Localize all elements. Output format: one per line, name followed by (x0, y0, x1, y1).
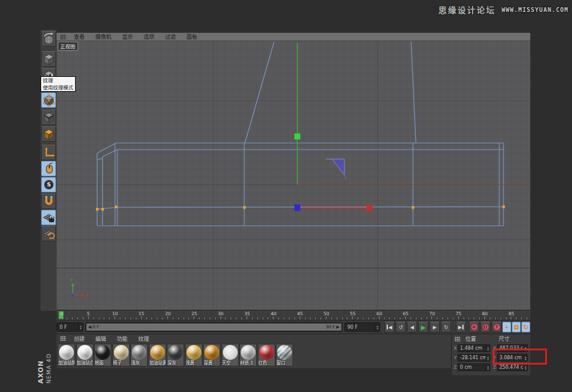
ruler-tick (62, 316, 63, 319)
edge-mode-button[interactable] (41, 110, 56, 125)
triangle-flag[interactable] (326, 159, 346, 180)
ruler-tick (146, 318, 147, 319)
tool-palette: S (41, 30, 57, 311)
material-swatch-12[interactable]: 窗口 (276, 344, 293, 366)
prev-key-button[interactable]: ◀ (407, 322, 417, 332)
ruler-tick-label: 25 (191, 311, 197, 316)
material-label: 窗口 (276, 359, 293, 366)
material-swatch-7[interactable]: 浅黄 (185, 344, 203, 366)
material-swatch-1[interactable]: 加油站白 (76, 344, 94, 366)
ruler-tick (484, 316, 485, 319)
material-menu-item-1[interactable]: 编辑 (90, 335, 111, 343)
ruler-tick (252, 318, 253, 319)
viewport-menu-item-5[interactable]: 面板 (181, 33, 203, 41)
material-swatch-5[interactable]: 加油站黄 (149, 344, 166, 366)
spinner-icon[interactable]: ▴▾ (375, 323, 380, 331)
logo-brand: AXON (37, 338, 45, 384)
enable-axis-button[interactable] (41, 145, 56, 160)
origin-handle-blue[interactable] (294, 204, 300, 211)
ruler-tick (188, 318, 189, 319)
material-swatch-11[interactable]: 红色 (258, 344, 275, 366)
ruler-tick (194, 316, 194, 319)
material-menu-item-0[interactable]: 创建 (69, 335, 90, 343)
position-y-field[interactable]: -28.141 cm▴▾ (458, 354, 490, 362)
ruler-tick (342, 318, 343, 319)
position-axis-label: Z (453, 365, 458, 370)
ruler-tick (326, 316, 327, 319)
position-x-field[interactable]: 1.484 cm▴▾ (458, 344, 490, 352)
end-frame-field[interactable]: 90 F▴▾ (344, 322, 380, 332)
axis-label-y: Y (70, 278, 73, 283)
position-header: 位置 (465, 335, 476, 343)
keyframe-selection-button[interactable]: ? (492, 322, 502, 332)
key-position-toggle[interactable]: + (502, 322, 511, 332)
ruler-tick-label: 35 (244, 311, 250, 316)
viewport-solo-icon (42, 161, 55, 176)
x-axis-handle-red[interactable] (366, 205, 372, 211)
current-frame-field[interactable]: 0 F▴▾ (57, 322, 83, 332)
panel-grid-icon[interactable] (60, 35, 66, 39)
viewport-solo-button[interactable] (41, 161, 56, 176)
snap-button[interactable]: S (41, 177, 56, 192)
position-z-field[interactable]: 0 cm▴▾ (458, 363, 490, 371)
material-label: 深灰 (167, 359, 184, 366)
view-name-label[interactable]: 正视图 (58, 42, 78, 51)
material-swatch-9[interactable]: 天空 (222, 344, 239, 366)
polygon-mode-button[interactable] (41, 126, 56, 142)
ruler-tick (178, 318, 179, 319)
next-key-button[interactable]: ▶ (430, 322, 440, 332)
viewport-menu-item-1[interactable]: 摄像机 (90, 33, 117, 41)
play-button[interactable]: ▶ (418, 322, 428, 332)
goto-start-button[interactable]: ◀ (384, 322, 394, 332)
y-axis-gizmo[interactable] (294, 43, 300, 185)
ruler-tick (278, 318, 279, 319)
tooltip-description: 使用纹理模式 (43, 84, 73, 91)
ruler-tick (120, 318, 120, 319)
loop-forward-button[interactable]: ↻ (441, 322, 451, 332)
ruler-tick (300, 316, 300, 319)
model-mode-button[interactable] (41, 51, 56, 67)
ruler-tick-label: 75 (456, 311, 462, 316)
ruler-tick (495, 318, 496, 319)
ruler-tick (363, 318, 363, 319)
panel-grid-icon[interactable] (455, 337, 461, 341)
make-editable-button[interactable] (41, 31, 56, 46)
key-scale-toggle[interactable] (512, 322, 521, 332)
material-menu-item-2[interactable]: 功能 (111, 335, 133, 343)
goto-end-button[interactable]: ▶ (456, 322, 466, 332)
record-active-objects-button[interactable]: ⊘ (469, 322, 479, 332)
spinner-icon[interactable]: ▴▾ (78, 323, 83, 331)
material-swatch-2[interactable]: 地面 (94, 344, 111, 366)
viewport-menu-item-0[interactable]: 查看 (69, 33, 90, 41)
viewport-canvas[interactable]: 正视图 (57, 41, 530, 310)
material-swatch-0[interactable]: 加油站牌 (58, 344, 75, 366)
autokey-button[interactable]: () (480, 322, 490, 332)
material-swatch-6[interactable]: 深灰 (167, 344, 184, 366)
material-swatch-4[interactable]: 浅灰 (130, 344, 148, 366)
ruler-tick (99, 318, 100, 319)
viewport-menu-item-4[interactable]: 过滤 (160, 33, 181, 41)
ruler-tick (521, 318, 522, 319)
ruler-tick (442, 318, 443, 319)
ruler-tick (83, 318, 83, 319)
points-mode-button[interactable] (41, 92, 56, 108)
y-axis-handle[interactable] (294, 133, 300, 139)
material-label: 材质.1 (240, 359, 256, 366)
viewport-menu-item-3[interactable]: 选项 (138, 33, 160, 41)
workplane-rotate-button[interactable] (41, 226, 56, 241)
viewport-menu-item-2[interactable]: 显示 (117, 33, 138, 41)
material-swatch-8[interactable]: 深黄 (203, 344, 220, 366)
frame-range-slider[interactable]: ◀ 0 F 90 F ▶ (85, 322, 343, 332)
panel-grid-icon[interactable] (60, 336, 66, 341)
ruler-tick-label: 85 (508, 311, 514, 316)
workplane-lock-button[interactable] (41, 210, 56, 225)
loop-backward-button[interactable]: ↺ (396, 322, 406, 332)
animation-controls: 0 F▴▾ ◀ 0 F 90 F ▶ 90 F▴▾ ◀↺◀▶▶↻▶⊘()?+↻ (57, 320, 530, 334)
timeline-ruler[interactable]: 0510152025303540455055606570758085 (57, 310, 530, 320)
material-menu-item-3[interactable]: 纹理 (133, 335, 154, 343)
material-swatch-3[interactable]: 椅子 (113, 344, 130, 366)
magnet-button[interactable] (41, 194, 56, 209)
key-rotation-toggle[interactable]: ↻ (521, 322, 530, 332)
material-swatch-10[interactable]: 材质.1 (240, 344, 257, 366)
ruler-tick (389, 318, 390, 319)
